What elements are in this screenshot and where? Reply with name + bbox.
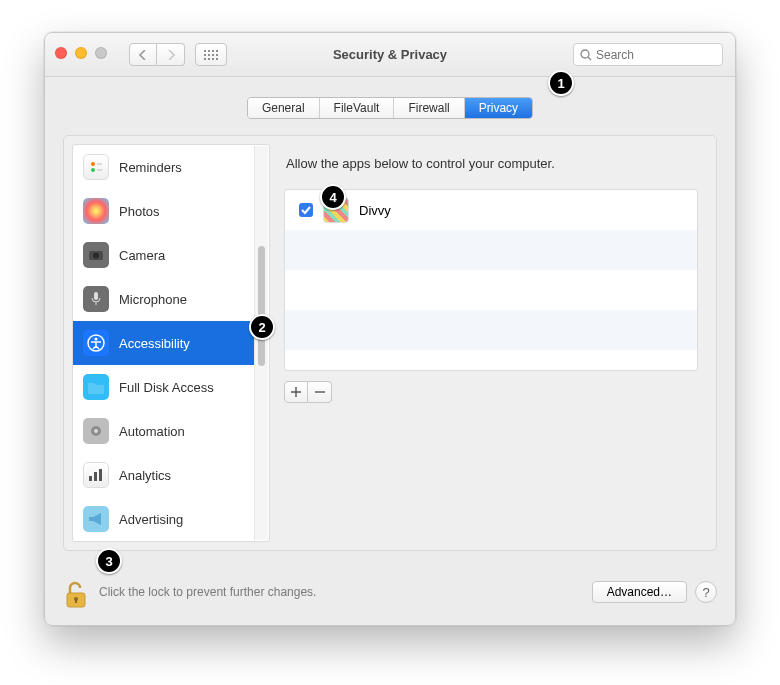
sidebar-item-photos[interactable]: Photos	[73, 189, 254, 233]
app-row-empty	[285, 270, 697, 310]
minus-icon	[315, 387, 325, 397]
app-checkbox[interactable]	[299, 203, 313, 217]
annotation-badge-1: 1	[548, 70, 574, 96]
tab-bar: General FileVault Firewall Privacy	[45, 97, 735, 119]
tab-general[interactable]: General	[248, 98, 320, 118]
tab-firewall[interactable]: Firewall	[394, 98, 464, 118]
lock-button[interactable]	[63, 575, 91, 609]
microphone-icon	[83, 286, 109, 312]
scrollbar-thumb[interactable]	[258, 246, 265, 366]
search-input[interactable]	[596, 48, 716, 62]
sidebar-item-reminders[interactable]: Reminders	[73, 145, 254, 189]
annotation-badge-2: 2	[249, 314, 275, 340]
svg-point-2	[91, 162, 95, 166]
privacy-panel: Reminders Photos Camera	[63, 135, 717, 551]
help-button[interactable]: ?	[695, 581, 717, 603]
sidebar-scrollbar[interactable]	[254, 146, 268, 540]
sidebar-item-full-disk-access[interactable]: Full Disk Access	[73, 365, 254, 409]
tab-filevault[interactable]: FileVault	[320, 98, 395, 118]
titlebar: Security & Privacy	[45, 33, 735, 77]
app-list: Divvy	[284, 189, 698, 371]
svg-rect-14	[89, 476, 92, 481]
svg-point-11	[94, 337, 97, 340]
lock-open-icon	[63, 579, 89, 609]
sidebar-item-label: Analytics	[119, 468, 171, 483]
lock-message: Click the lock to prevent further change…	[99, 585, 584, 599]
sidebar-item-label: Photos	[119, 204, 159, 219]
add-app-button[interactable]	[284, 381, 308, 403]
add-remove-buttons	[284, 381, 698, 403]
search-icon	[580, 49, 592, 61]
gear-icon	[83, 418, 109, 444]
megaphone-icon	[83, 506, 109, 532]
svg-rect-8	[94, 292, 98, 300]
app-row[interactable]: Divvy	[285, 190, 697, 230]
sidebar-item-microphone[interactable]: Microphone	[73, 277, 254, 321]
advanced-button[interactable]: Advanced…	[592, 581, 687, 603]
reminders-icon	[83, 154, 109, 180]
camera-icon	[83, 242, 109, 268]
svg-point-13	[94, 429, 98, 433]
svg-rect-15	[94, 472, 97, 481]
sidebar-item-analytics[interactable]: Analytics	[73, 453, 254, 497]
svg-rect-16	[99, 469, 102, 481]
svg-point-3	[91, 168, 95, 172]
tab-privacy[interactable]: Privacy	[465, 98, 532, 118]
sidebar-item-accessibility[interactable]: Accessibility	[73, 321, 254, 365]
content-area: General FileVault Firewall Privacy Remin…	[45, 77, 735, 625]
footer: Click the lock to prevent further change…	[63, 575, 717, 609]
sidebar-item-label: Full Disk Access	[119, 380, 214, 395]
instruction-text: Allow the apps below to control your com…	[286, 156, 696, 171]
sidebar-item-label: Automation	[119, 424, 185, 439]
sidebar-item-automation[interactable]: Automation	[73, 409, 254, 453]
svg-point-0	[581, 50, 589, 58]
sidebar-item-label: Advertising	[119, 512, 183, 527]
search-field[interactable]	[573, 43, 723, 66]
annotation-badge-3: 3	[96, 548, 122, 574]
app-row-empty	[285, 310, 697, 350]
sidebar-item-advertising[interactable]: Advertising	[73, 497, 254, 541]
accessibility-icon	[83, 330, 109, 356]
svg-rect-19	[75, 599, 77, 603]
sidebar-item-label: Reminders	[119, 160, 182, 175]
sidebar-item-label: Camera	[119, 248, 165, 263]
check-icon	[301, 205, 311, 215]
sidebar-item-camera[interactable]: Camera	[73, 233, 254, 277]
plus-icon	[291, 387, 301, 397]
remove-app-button[interactable]	[308, 381, 332, 403]
svg-point-7	[93, 253, 99, 259]
photos-icon	[83, 198, 109, 224]
sidebar-item-label: Accessibility	[119, 336, 190, 351]
svg-line-1	[588, 57, 591, 60]
category-sidebar: Reminders Photos Camera	[72, 144, 270, 542]
app-row-empty	[285, 230, 697, 270]
app-name: Divvy	[359, 203, 391, 218]
annotation-badge-4: 4	[320, 184, 346, 210]
chart-icon	[83, 462, 109, 488]
folder-icon	[83, 374, 109, 400]
preferences-window: Security & Privacy General FileVault Fir…	[44, 32, 736, 626]
sidebar-item-label: Microphone	[119, 292, 187, 307]
